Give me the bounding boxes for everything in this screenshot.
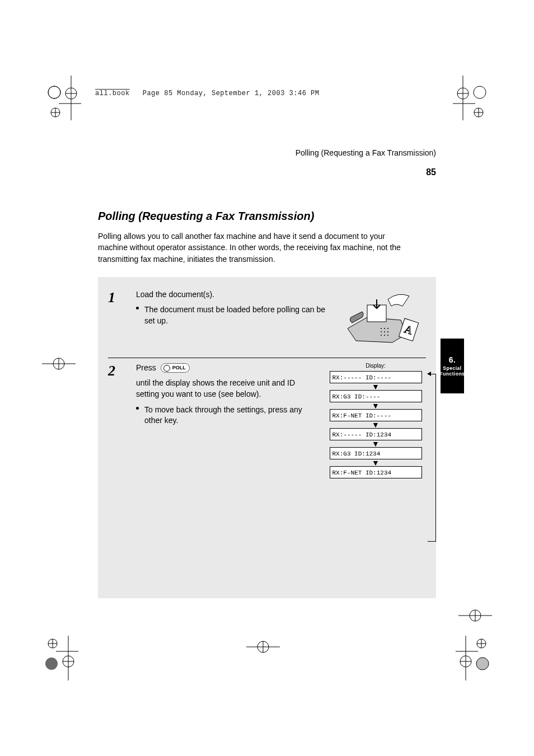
page-number: 85 <box>296 167 436 177</box>
display-box: RX:F-NET ID:1234 <box>330 466 422 478</box>
svg-point-56 <box>381 335 382 336</box>
display-box: RX:----- ID:1234 <box>330 428 422 440</box>
poll-key-icon: POLL <box>161 363 190 373</box>
step-1-text: Load the document(s). <box>136 289 327 300</box>
svg-point-36 <box>476 658 489 670</box>
svg-point-50 <box>381 328 382 329</box>
step-2-bullet: To move back through the settings, press… <box>136 405 316 426</box>
svg-point-55 <box>387 331 388 332</box>
step-2-prefix: Press <box>136 363 156 374</box>
step-1-number: 1 <box>108 290 127 351</box>
loop-line-icon <box>429 374 436 542</box>
step-2-suffix: until the display shows the receive unit… <box>136 378 316 400</box>
bullet-icon <box>136 407 139 410</box>
arrow-down-icon: ▼ <box>372 384 380 389</box>
content-area: Polling (Requesting a Fax Transmission) … <box>98 148 436 602</box>
arrow-left-icon <box>427 372 431 376</box>
display-box: RX:G3 ID:1234 <box>330 447 422 459</box>
svg-point-10 <box>474 86 486 98</box>
display-flow: Display: RX:----- ID:---- ▼ RX:G3 ID:---… <box>325 363 426 478</box>
registration-mark-icon <box>458 604 492 649</box>
registration-mark-icon <box>246 636 280 680</box>
intro-text: Polling allows you to call another fax m… <box>98 231 411 265</box>
arrow-down-icon: ▼ <box>372 461 380 465</box>
display-caption: Display: <box>366 363 386 369</box>
step-1-bullet: The document must be loaded before polli… <box>136 304 327 326</box>
sidebar-tab-label: Special Functions <box>439 365 465 377</box>
page: all.book Page 85 Monday, September 1, 20… <box>0 0 534 756</box>
svg-point-58 <box>387 335 388 336</box>
arrow-down-icon: ▼ <box>372 442 380 446</box>
svg-point-51 <box>384 328 385 329</box>
step-2-body: Press POLL until the display shows the r… <box>136 363 316 478</box>
bullet-icon <box>136 307 139 309</box>
step-2-number: 2 <box>108 364 127 478</box>
header-filename: all.book <box>95 90 130 97</box>
poll-key-label: POLL <box>172 364 186 372</box>
step-2-text: Press POLL until the display shows the r… <box>136 363 316 400</box>
registration-mark-icon <box>453 76 486 120</box>
display-box: RX:----- ID:---- <box>330 371 422 383</box>
display-box: RX:G3 ID:---- <box>330 390 422 402</box>
svg-point-52 <box>387 328 388 329</box>
poll-circle-icon <box>163 365 170 372</box>
step-2-bullet-text: To move back through the settings, press… <box>144 405 316 426</box>
registration-mark-icon <box>45 636 78 680</box>
registration-mark-icon <box>42 353 76 397</box>
steps-panel: 1 Load the document(s). The document mus… <box>98 277 436 598</box>
registration-mark-icon <box>48 76 81 120</box>
display-box: RX:F-NET ID:---- <box>330 409 422 421</box>
step-1-body: Load the document(s). The document must … <box>136 289 327 351</box>
svg-point-54 <box>384 331 385 332</box>
fax-machine-illustration-icon: A <box>336 289 426 351</box>
svg-point-27 <box>45 658 58 670</box>
svg-point-57 <box>384 335 385 336</box>
header-slug: all.book Page 85 Monday, September 1, 20… <box>95 90 319 97</box>
section-title: Polling (Requesting a Fax Transmission) <box>98 210 436 223</box>
step-2: 2 Press POLL until the display shows the… <box>108 358 426 485</box>
sidebar-tab: 6. Special Functions <box>441 339 464 393</box>
step-1: 1 Load the document(s). The document mus… <box>108 285 426 358</box>
arrow-down-icon: ▼ <box>372 403 380 408</box>
arrow-down-icon: ▼ <box>372 422 380 427</box>
sidebar-tab-number: 6. <box>449 355 456 364</box>
header-pageinfo: Page 85 Monday, September 1, 2003 3:46 P… <box>143 90 320 97</box>
step-1-bullet-text: The document must be loaded before polli… <box>144 304 327 326</box>
svg-point-53 <box>381 331 382 332</box>
running-title: Polling (Requesting a Fax Transmission) <box>296 148 436 157</box>
running-head: Polling (Requesting a Fax Transmission) … <box>296 148 436 177</box>
